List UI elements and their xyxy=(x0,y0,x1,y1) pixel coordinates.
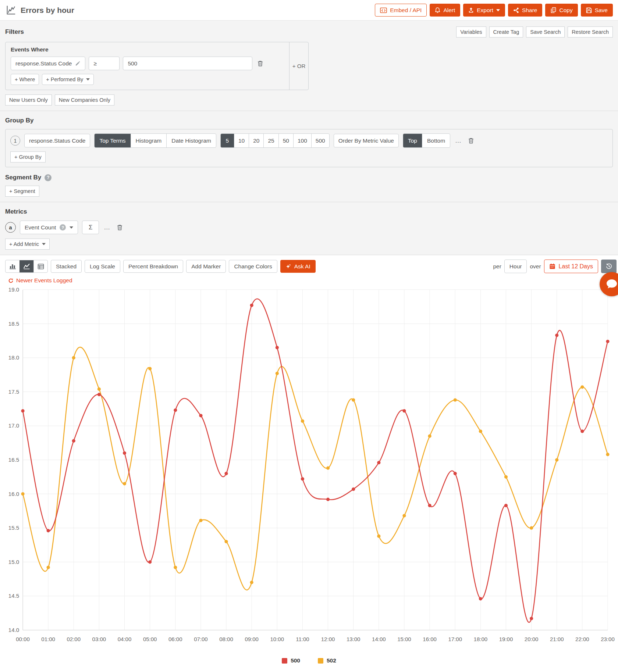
svg-text:17:00: 17:00 xyxy=(448,636,462,642)
metric-select[interactable]: Event Count ? xyxy=(20,221,78,234)
toolbar-add-marker-button[interactable]: Add Marker xyxy=(186,260,226,273)
filter-trash-button[interactable] xyxy=(256,59,265,68)
term-mode-top-terms[interactable]: Top Terms xyxy=(95,134,130,147)
filters-action-save-search[interactable]: Save Search xyxy=(526,26,565,37)
chart-type-bar-button[interactable] xyxy=(6,260,19,272)
chart-type-segmented xyxy=(5,260,48,273)
newer-events-link[interactable]: Newer Events Logged xyxy=(8,277,613,284)
svg-text:02:00: 02:00 xyxy=(67,636,81,642)
term-count-50[interactable]: 50 xyxy=(278,134,293,147)
svg-text:17.5: 17.5 xyxy=(8,389,19,395)
svg-text:15:00: 15:00 xyxy=(397,636,411,642)
toolbar-change-colors-button[interactable]: Change Colors xyxy=(229,260,277,273)
term-count-25[interactable]: 25 xyxy=(263,134,278,147)
chart-type-line-button[interactable] xyxy=(19,260,33,272)
calendar-icon xyxy=(549,263,555,269)
filter-field-pill[interactable]: response.Status Code xyxy=(11,57,85,70)
add-or-button[interactable]: + OR xyxy=(289,42,308,90)
group-trash-button[interactable] xyxy=(466,136,476,145)
add-where-button[interactable]: + Where xyxy=(11,74,39,85)
legend-item-500[interactable]: 500 xyxy=(282,657,300,664)
filters-action-create-tag[interactable]: Create Tag xyxy=(489,26,523,37)
save-icon xyxy=(586,7,592,13)
bell-icon xyxy=(435,7,440,13)
filters-action-restore-search[interactable]: Restore Search xyxy=(568,26,613,37)
toolbar-log-scale-button[interactable]: Log Scale xyxy=(85,260,120,273)
errors-by-hour-chart[interactable]: 19.018.518.017.517.016.516.015.515.014.5… xyxy=(5,285,616,655)
ask-ai-button[interactable]: Ask AI xyxy=(280,260,316,273)
legend-swatch-502 xyxy=(318,658,323,664)
events-where-label: Events Where xyxy=(11,46,284,53)
svg-text:09:00: 09:00 xyxy=(245,636,259,642)
filters-section: Filters VariablesCreate TagSave SearchRe… xyxy=(0,21,618,111)
term-count-10[interactable]: 10 xyxy=(234,134,249,147)
add-performed-by-button[interactable]: + Performed By xyxy=(42,74,94,85)
pencil-icon xyxy=(75,61,81,66)
order-top[interactable]: Top xyxy=(403,134,422,147)
svg-text:22:00: 22:00 xyxy=(575,636,589,642)
order-by-metric-button[interactable]: Order By Metric Value xyxy=(334,134,399,147)
metric-index-badge: a xyxy=(5,222,16,233)
quick-filter-new-companies-only[interactable]: New Companies Only xyxy=(55,94,114,106)
metric-help-icon: ? xyxy=(60,224,66,230)
filter-value-input[interactable] xyxy=(123,57,252,70)
svg-text:13:00: 13:00 xyxy=(347,636,360,642)
toolbar-stacked-button[interactable]: Stacked xyxy=(51,260,82,273)
svg-text:15.5: 15.5 xyxy=(8,525,19,531)
chart-section: StackedLog ScalePercent BreakdownAdd Mar… xyxy=(0,255,618,669)
svg-text:19.0: 19.0 xyxy=(8,286,19,293)
legend-item-502[interactable]: 502 xyxy=(318,657,336,664)
svg-text:16.5: 16.5 xyxy=(8,457,19,463)
share-button[interactable]: Share xyxy=(508,4,542,17)
term-count-100[interactable]: 100 xyxy=(293,134,311,147)
save-button[interactable]: Save xyxy=(581,4,613,17)
svg-text:14:00: 14:00 xyxy=(372,636,386,642)
order-direction-segmented: TopBottom xyxy=(403,133,450,148)
chart-type-table-button[interactable] xyxy=(33,260,47,272)
add-group-by-button[interactable]: + Group By xyxy=(10,151,46,162)
query-builder-panel: Filters VariablesCreate TagSave SearchRe… xyxy=(0,21,618,255)
group-by-box: 1 response.Status Code Top TermsHistogra… xyxy=(5,129,613,167)
svg-text:18:00: 18:00 xyxy=(474,636,488,642)
interval-button[interactable]: Hour xyxy=(504,260,527,273)
page-title: Errors by hour xyxy=(21,6,74,15)
term-count-20[interactable]: 20 xyxy=(249,134,263,147)
metrics-section: Metrics a Event Count ? Σ … + Add Metric xyxy=(0,202,618,255)
line-chart-icon xyxy=(23,263,30,269)
alert-button[interactable]: Alert xyxy=(430,4,460,17)
term-count-5[interactable]: 5 xyxy=(221,134,234,147)
segment-help-icon[interactable]: ? xyxy=(45,174,52,181)
add-metric-button[interactable]: + Add Metric xyxy=(5,239,50,250)
caret-down-icon xyxy=(86,78,90,81)
svg-text:14.0: 14.0 xyxy=(8,627,19,633)
svg-text:15.0: 15.0 xyxy=(8,559,19,565)
term-mode-histogram[interactable]: Histogram xyxy=(131,134,167,147)
export-button[interactable]: Export xyxy=(463,4,505,17)
svg-text:04:00: 04:00 xyxy=(118,636,132,642)
quick-filter-new-users-only[interactable]: New Users Only xyxy=(5,94,52,106)
caret-down-icon xyxy=(42,243,46,245)
group-field-pill[interactable]: response.Status Code xyxy=(24,134,90,147)
top-actions: Embed / API Alert Export xyxy=(375,4,613,17)
svg-text:17.0: 17.0 xyxy=(8,422,19,429)
toolbar-percent-breakdown-button[interactable]: Percent Breakdown xyxy=(123,260,183,273)
segment-by-heading: Segment By xyxy=(5,174,41,181)
term-mode-date-histogram[interactable]: Date Histogram xyxy=(166,134,216,147)
filter-operator-field[interactable]: ≥ xyxy=(89,57,120,70)
add-segment-button[interactable]: + Segment xyxy=(5,186,39,197)
aggregation-sigma-button[interactable]: Σ xyxy=(82,221,99,234)
svg-text:18.0: 18.0 xyxy=(8,354,19,361)
time-range-button[interactable]: Last 12 Days xyxy=(544,260,598,273)
term-count-500[interactable]: 500 xyxy=(311,134,329,147)
group-by-heading: Group By xyxy=(5,117,33,124)
sparkle-icon xyxy=(285,264,291,269)
history-button[interactable] xyxy=(601,260,617,273)
embed-api-button[interactable]: Embed / API xyxy=(375,4,427,17)
group-more-options-button[interactable]: … xyxy=(454,137,462,144)
svg-text:18.5: 18.5 xyxy=(8,321,19,327)
order-bottom[interactable]: Bottom xyxy=(422,134,450,147)
filters-action-variables[interactable]: Variables xyxy=(456,26,486,37)
copy-button[interactable]: Copy xyxy=(545,4,578,17)
metric-trash-button[interactable] xyxy=(115,223,124,232)
metric-more-options-button[interactable]: … xyxy=(103,224,111,231)
